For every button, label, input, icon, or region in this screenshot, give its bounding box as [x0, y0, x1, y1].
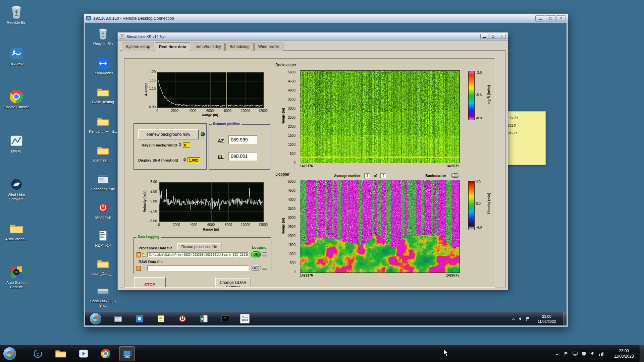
backscatter-cbar-tick: -8.0: [476, 116, 482, 120]
remote-icon-lidar-data[interactable]: Lidar_Data_...: [89, 257, 117, 276]
host-show-desktop-button[interactable]: [640, 345, 644, 362]
rdp-maximize-button[interactable]: [546, 15, 555, 21]
host-start-button[interactable]: [3, 347, 16, 360]
raw-logging-toggle[interactable]: OFF: [251, 265, 261, 271]
remote-taskbar-scan-sched[interactable]: Scan sched: [240, 314, 250, 323]
desktop-icon-mw41[interactable]: MW41: [2, 133, 31, 154]
renew-background-button[interactable]: Renew background now: [138, 129, 199, 139]
backscatter-heatmap[interactable]: [300, 70, 460, 163]
stop-software-button[interactable]: STOP software: [134, 277, 166, 288]
host-tray-volume-icon[interactable]: [590, 351, 595, 357]
recycle-bin-icon: [9, 5, 24, 19]
desktop-icon-google-chrome[interactable]: Google Chrome: [2, 89, 31, 109]
desktop-icon-autoscreen[interactable]: AutoScreen...: [2, 221, 31, 241]
remote-taskbar-cmd[interactable]: C:\: [221, 314, 230, 323]
remote-taskbar: X C:\ Scan sched 23:00 11/08/2023: [85, 311, 567, 325]
remote-tray-flag-icon[interactable]: [526, 316, 530, 322]
host-tray-monitor-icon[interactable]: [573, 351, 578, 357]
tab-system-setup[interactable]: System setup: [122, 43, 154, 51]
average-number-value[interactable]: 1: [364, 173, 370, 178]
host-tray-network-icon[interactable]: [599, 351, 604, 357]
remote-taskbar-excel[interactable]: X: [199, 314, 209, 323]
host-taskbar-explorer[interactable]: [55, 349, 66, 359]
snr-spinner[interactable]: [183, 158, 186, 162]
host-taskbar-chrome[interactable]: [101, 349, 111, 359]
desktop-icon-auto-screen-capture[interactable]: Auto Screen Capture: [2, 265, 31, 289]
restart-processed-file-button[interactable]: Restart processed file: [177, 243, 221, 250]
rdp-titlebar[interactable]: 192.168.0.150 - Remote Desktop Connectio…: [84, 14, 568, 23]
ascope-xtick: 2000: [171, 109, 178, 113]
auto-screen-capture-icon: [9, 265, 24, 280]
tab-real-time-data[interactable]: Real time data: [155, 42, 190, 51]
remote-icon-scanning[interactable]: scanning_r...: [89, 144, 117, 163]
rays-in-background-value[interactable]: 8: [183, 142, 190, 148]
backscatter-title: Backscatter: [275, 63, 297, 67]
host-taskbar-clock[interactable]: 23:00 11/08/2023: [610, 348, 638, 359]
remote-icon-cville-testing[interactable]: Cville_testing: [89, 85, 117, 104]
backscatter-ytick: 2000: [282, 125, 296, 128]
folder-icon: [9, 221, 24, 236]
desktop-icon-bl-view[interactable]: BL-View: [2, 46, 31, 66]
host-taskbar-media-player[interactable]: [78, 348, 89, 359]
rdp-close-button[interactable]: ×: [556, 15, 566, 21]
app-minimize-button[interactable]: [480, 34, 488, 39]
remote-icon-teamviewer[interactable]: TeamViewer: [89, 57, 117, 75]
remote-icon-shutdown[interactable]: Shutdown: [89, 201, 117, 220]
change-lidar-settings-button[interactable]: Change LiDAR Settings: [215, 278, 251, 288]
backscatter-toggle[interactable]: [451, 173, 459, 178]
remote-taskbar-notes[interactable]: [156, 314, 166, 323]
remote-show-desktop-button[interactable]: [564, 312, 567, 325]
app-maximize-button[interactable]: [489, 34, 497, 39]
remote-tray-volume-icon[interactable]: [518, 316, 523, 322]
backscatter-ytick: 3000: [282, 107, 296, 110]
of-label: of: [374, 174, 377, 178]
rays-spinner[interactable]: [178, 142, 182, 147]
remote-tray-hidden-icons[interactable]: [512, 317, 516, 323]
drive-letter-icon: C: [137, 266, 141, 271]
raw-data-file-path[interactable]: [147, 265, 249, 271]
processed-logging-toggle[interactable]: ON: [251, 251, 261, 257]
remote-icon-kentland[interactable]: Kentland_F... S...: [89, 115, 117, 134]
tab-strip: System setup Real time data Temp/humidit…: [122, 43, 284, 51]
processed-toggle-rocker[interactable]: [262, 252, 267, 256]
display-snr-threshold-label: Display SNR threshold: [138, 158, 178, 162]
remote-icon-recycle-bin[interactable]: Recycle Bin: [89, 27, 117, 46]
remote-icon-local-disk[interactable]: Local Disk (C) - Sh...: [89, 285, 117, 308]
doppler-ytick: 2000: [282, 234, 296, 238]
rdp-titlebar-icon: [86, 16, 91, 21]
backscatter-ytick: 4000: [282, 88, 296, 92]
desktop-icon-wind-lidar-software[interactable]: Wind Lidar Software: [2, 177, 31, 201]
desktop-icon-recycle-bin[interactable]: Recycle Bin: [2, 5, 31, 25]
remote-taskbar-app[interactable]: [135, 314, 144, 323]
remote-icon-rdp-v14[interactable]: RDP_v14: [89, 229, 117, 248]
doppler-cbar-tick: 0.0: [476, 202, 481, 205]
host-tray-flag-icon[interactable]: [564, 351, 569, 357]
remote-start-button[interactable]: [90, 313, 101, 324]
app-close-button[interactable]: ×: [498, 34, 506, 39]
processed-data-file-path[interactable]: C:\Lidar\Data\Proc\2023\202308\20230811\…: [147, 252, 249, 257]
app-titlebar[interactable]: StreamLine XR v14-6.vi ×: [118, 33, 508, 41]
doppler-xtick-end: 1429675: [436, 274, 459, 277]
tab-wind-profile[interactable]: Wind profile: [254, 43, 283, 51]
host-taskbar-rdp[interactable]: [121, 348, 133, 359]
remote-taskbar-shutdown[interactable]: [178, 314, 187, 323]
browse-folder-icon[interactable]: [142, 253, 146, 257]
mw41-icon: [9, 133, 24, 148]
host-tray-hidden-icons[interactable]: [555, 352, 559, 358]
raw-toggle-rocker[interactable]: [262, 266, 267, 270]
tab-temp-humidity[interactable]: Temp/humidity: [191, 43, 225, 51]
host-desktop: Recycle Bin BL-View Google Chrome MW41 W…: [0, 0, 644, 362]
remote-taskbar-clock[interactable]: 23:00 11/08/2023: [532, 314, 561, 324]
stop-button-line2: software: [142, 287, 158, 288]
display-snr-threshold-value[interactable]: 1.002: [187, 157, 200, 163]
remote-icon-scanner-utility[interactable]: Scanner Utility: [89, 173, 117, 191]
host-tray-device-icon[interactable]: [581, 351, 586, 357]
ascope-plot[interactable]: [157, 72, 264, 108]
drive-icon: [96, 285, 110, 298]
velocity-plot[interactable]: [159, 182, 264, 222]
rdp-minimize-button[interactable]: [535, 15, 545, 21]
remote-taskbar-explorer[interactable]: [113, 314, 123, 323]
doppler-heatmap[interactable]: [300, 180, 460, 273]
tab-scheduling[interactable]: Scheduling: [225, 43, 253, 51]
host-taskbar-internet-explorer[interactable]: e: [32, 348, 44, 359]
